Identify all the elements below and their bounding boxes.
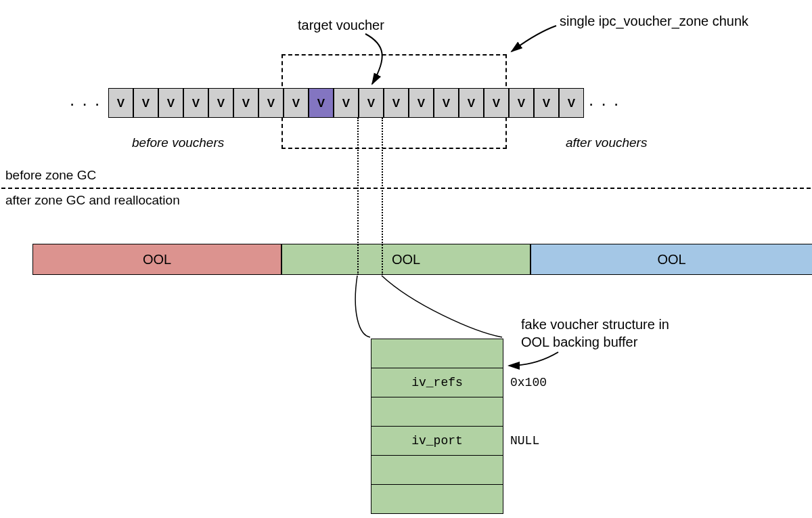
before-vouchers-label: before vouchers <box>132 135 224 150</box>
voucher-cell: V <box>409 88 434 118</box>
voucher-cell: V <box>459 88 484 118</box>
ool-blue: OOL <box>531 244 812 275</box>
voucher-cell: V <box>284 88 309 118</box>
ool-red: OOL <box>32 244 281 275</box>
voucher-cell: V <box>108 88 133 118</box>
struct-row <box>371 484 503 514</box>
struct-val: 0x100 <box>510 376 547 389</box>
struct-row: iv_refs <box>371 368 503 397</box>
voucher-cell: V <box>233 88 258 118</box>
ellipsis-left: . . . <box>70 89 101 110</box>
fake-struct-label: fake voucher structure in OOL backing bu… <box>521 316 697 351</box>
after-vouchers-text: after vouchers <box>566 135 647 150</box>
dotted-right <box>382 118 383 275</box>
voucher-cell: V <box>334 88 359 118</box>
ellipsis-right: . . . <box>589 89 620 110</box>
struct-val: NULL <box>510 434 539 448</box>
voucher-cell: V <box>509 88 534 118</box>
target-voucher-label: target voucher <box>298 18 384 33</box>
dotted-left <box>357 118 359 275</box>
voucher-cell: V <box>133 88 158 118</box>
voucher-cell: V <box>183 88 208 118</box>
struct-row: iv_port <box>371 426 503 456</box>
voucher-cell: V <box>359 88 384 118</box>
voucher-cell-target: V <box>309 88 334 118</box>
voucher-cell: V <box>384 88 409 118</box>
struct-row <box>371 397 503 427</box>
chunk-label: single ipc_voucher_zone chunk <box>560 14 763 29</box>
after-vouchers-label: after vouchers <box>566 135 647 150</box>
struct-row <box>371 455 503 485</box>
voucher-cell: V <box>559 88 584 118</box>
voucher-cell: V <box>208 88 233 118</box>
before-gc-label: before zone GC <box>5 168 96 183</box>
voucher-cell: V <box>484 88 509 118</box>
after-gc-label: after zone GC and reallocation <box>5 193 180 208</box>
voucher-cell: V <box>158 88 183 118</box>
before-vouchers-text: before vouchers <box>132 135 224 150</box>
gc-divider <box>1 188 811 189</box>
voucher-cell: V <box>434 88 459 118</box>
ool-green: OOL <box>281 244 531 275</box>
voucher-cell: V <box>534 88 559 118</box>
voucher-cell: V <box>258 88 284 118</box>
struct-row <box>371 339 503 368</box>
